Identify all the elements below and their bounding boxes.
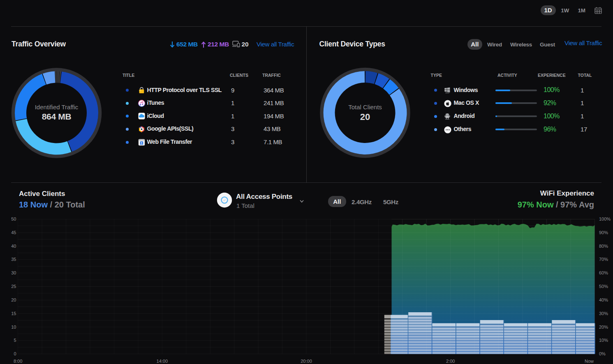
svg-text:20: 20 <box>11 297 16 302</box>
svg-text:10%: 10% <box>599 338 608 343</box>
svg-text:Now: Now <box>585 359 594 364</box>
svg-text:100%: 100% <box>599 217 611 221</box>
svg-text:70%: 70% <box>599 257 608 262</box>
svg-text:2:00: 2:00 <box>446 359 455 364</box>
svg-text:50%: 50% <box>599 284 608 289</box>
svg-text:10: 10 <box>11 325 16 329</box>
svg-text:8:00: 8:00 <box>14 359 22 364</box>
svg-text:20:00: 20:00 <box>301 359 312 364</box>
svg-text:40%: 40% <box>599 297 608 302</box>
svg-text:14:00: 14:00 <box>157 359 168 364</box>
svg-text:25: 25 <box>11 284 16 289</box>
svg-text:20%: 20% <box>599 325 608 329</box>
svg-text:35: 35 <box>11 257 16 262</box>
svg-text:30%: 30% <box>599 311 608 316</box>
svg-text:40: 40 <box>11 244 16 249</box>
svg-text:80%: 80% <box>599 244 608 249</box>
svg-text:60%: 60% <box>599 270 608 275</box>
svg-text:50: 50 <box>11 217 16 221</box>
svg-text:90%: 90% <box>599 230 608 235</box>
svg-text:45: 45 <box>11 230 16 235</box>
svg-text:0%: 0% <box>599 351 606 356</box>
svg-text:15: 15 <box>11 311 16 316</box>
svg-text:5: 5 <box>14 338 16 343</box>
svg-text:30: 30 <box>11 270 16 275</box>
svg-text:0: 0 <box>14 351 16 356</box>
